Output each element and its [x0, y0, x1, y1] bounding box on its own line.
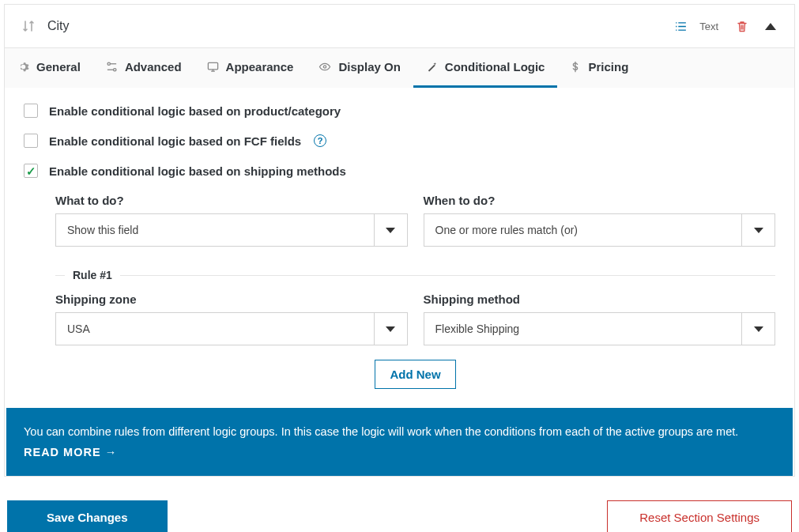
option-product-category: Enable conditional logic based on produc…	[24, 104, 775, 118]
save-button[interactable]: Save Changes	[7, 500, 168, 532]
trash-icon[interactable]	[733, 18, 752, 34]
option-fcf-fields: Enable conditional logic based on FCF fi…	[24, 134, 775, 148]
svg-point-0	[107, 62, 110, 65]
dropdown-caret[interactable]	[374, 214, 407, 246]
select-value: USA	[56, 323, 374, 335]
rule-title: Rule #1	[65, 269, 120, 281]
tab-label: Display On	[338, 60, 400, 74]
select-value: One or more rules match (or)	[424, 224, 742, 236]
field-panel: City Text General Advanced	[4, 4, 795, 477]
field-type-label: Text	[699, 21, 718, 32]
reset-button[interactable]: Reset Section Settings	[607, 500, 792, 532]
tab-advanced[interactable]: Advanced	[93, 48, 194, 88]
wand-icon	[426, 61, 438, 73]
what-label: What to do?	[55, 194, 408, 207]
tab-conditional-logic[interactable]: Conditional Logic	[413, 48, 558, 88]
chevron-down-icon	[754, 326, 763, 332]
footer-buttons: Save Changes Reset Section Settings	[4, 477, 795, 532]
tab-label: Pricing	[588, 60, 628, 74]
option-label: Enable conditional logic based on shippi…	[49, 164, 346, 178]
panel-header: City Text	[5, 5, 794, 47]
dropdown-caret[interactable]	[741, 313, 775, 345]
method-select[interactable]: Flexible Shipping	[424, 312, 776, 345]
zone-select[interactable]: USA	[55, 312, 408, 345]
chevron-up-icon	[765, 23, 776, 30]
tab-label: Appearance	[226, 60, 294, 74]
help-icon[interactable]: ?	[314, 134, 326, 147]
select-value: Flexible Shipping	[424, 323, 742, 335]
tabs-bar: General Advanced Appearance Display On C…	[5, 47, 794, 88]
svg-rect-2	[208, 62, 217, 69]
field-title: City	[47, 19, 671, 33]
list-icon[interactable]	[671, 18, 690, 34]
tab-pricing[interactable]: Pricing	[557, 48, 641, 88]
option-shipping-methods: Enable conditional logic based on shippi…	[24, 164, 775, 178]
checkbox-fcf[interactable]	[24, 134, 38, 148]
option-label: Enable conditional logic based on FCF fi…	[49, 134, 301, 148]
sort-icon[interactable]	[19, 18, 38, 34]
svg-point-3	[324, 66, 326, 68]
zone-label: Shipping zone	[55, 292, 408, 306]
tab-label: General	[36, 60, 81, 74]
monitor-icon	[207, 61, 219, 73]
shipping-config: What to do? Show this field When to do? …	[24, 194, 775, 389]
gear-icon	[17, 61, 29, 73]
checkbox-shipping[interactable]	[24, 164, 38, 178]
sliders-icon	[106, 61, 118, 73]
dollar-icon	[570, 61, 581, 73]
rule-divider	[55, 275, 775, 276]
dropdown-caret[interactable]	[374, 313, 407, 345]
when-select[interactable]: One or more rules match (or)	[424, 213, 776, 247]
dropdown-caret[interactable]	[741, 214, 775, 246]
tab-appearance[interactable]: Appearance	[194, 48, 307, 88]
what-select[interactable]: Show this field	[55, 213, 408, 247]
info-banner: You can combine rules from different log…	[6, 408, 793, 476]
chevron-down-icon	[754, 228, 763, 233]
method-label: Shipping method	[424, 292, 776, 306]
tab-label: Conditional Logic	[445, 60, 545, 74]
chevron-down-icon	[386, 228, 395, 233]
tab-content: Enable conditional logic based on produc…	[5, 88, 794, 408]
when-label: When to do?	[424, 194, 776, 207]
chevron-down-icon	[386, 326, 395, 332]
tab-general[interactable]: General	[5, 48, 93, 88]
read-more-link[interactable]: READ MORE →	[24, 446, 775, 458]
tab-display-on[interactable]: Display On	[306, 48, 413, 88]
select-value: Show this field	[56, 224, 374, 236]
svg-point-1	[113, 69, 115, 71]
add-new-button[interactable]: Add New	[375, 360, 455, 389]
option-label: Enable conditional logic based on produc…	[49, 104, 341, 118]
tab-label: Advanced	[125, 60, 182, 74]
checkbox-product[interactable]	[24, 104, 38, 118]
collapse-toggle[interactable]	[761, 18, 780, 34]
info-text: You can combine rules from different log…	[24, 425, 775, 438]
eye-icon	[318, 61, 331, 73]
rule-1: Rule #1 Shipping zone USA Shipping metho…	[55, 269, 775, 389]
